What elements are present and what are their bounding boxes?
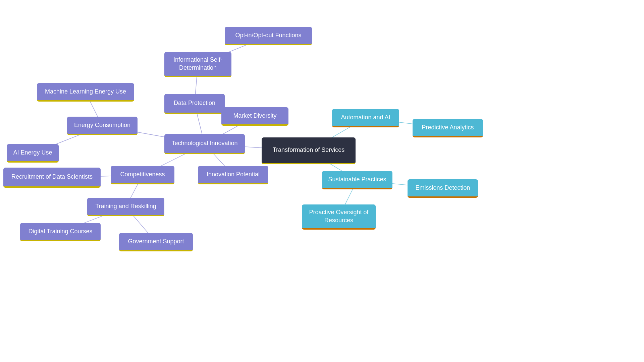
node-ai-energy[interactable]: AI Energy Use [7, 144, 59, 163]
node-technological[interactable]: Technological Innovation [164, 134, 245, 154]
node-innovation-potential[interactable]: Innovation Potential [198, 166, 268, 184]
node-predictive[interactable]: Predictive Analytics [413, 119, 483, 137]
node-opt-in[interactable]: Opt-in/Opt-out Functions [225, 27, 312, 45]
node-digital-training[interactable]: Digital Training Courses [20, 223, 101, 241]
node-ml-energy[interactable]: Machine Learning Energy Use [37, 83, 134, 102]
node-sustainable[interactable]: Sustainable Practices [322, 171, 392, 189]
node-recruitment[interactable]: Recruitment of Data Scientists [3, 168, 101, 188]
node-competitiveness[interactable]: Competitiveness [111, 166, 174, 184]
node-energy-consumption[interactable]: Energy Consumption [67, 117, 138, 135]
node-government[interactable]: Government Support [119, 233, 193, 251]
node-market-diversity[interactable]: Market Diversity [221, 107, 288, 126]
node-data-protection[interactable]: Data Protection [164, 94, 225, 114]
mind-map-canvas: Transformation of ServicesTechnological … [0, 0, 644, 362]
node-informational[interactable]: Informational Self-Determination [164, 52, 231, 77]
node-training[interactable]: Training and Reskilling [87, 198, 164, 216]
node-transformation[interactable]: Transformation of Services [262, 137, 356, 164]
node-automation[interactable]: Automation and AI [332, 109, 399, 127]
node-proactive[interactable]: Proactive Oversight of Resources [302, 204, 376, 230]
node-emissions[interactable]: Emissions Detection [408, 179, 478, 198]
